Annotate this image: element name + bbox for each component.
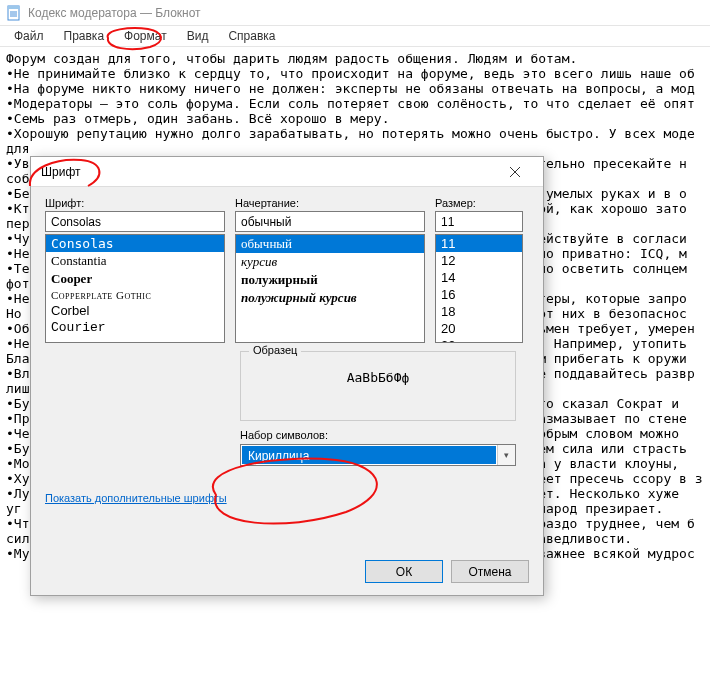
editor-line: Форум создан для того, чтобы дарить людя… [6,51,704,66]
font-listbox[interactable]: ConsolasConstantiaCooperCopperplate Goth… [45,234,225,343]
size-listbox[interactable]: 11121416182022 [435,234,523,343]
sample-groupbox: Образец AaBbБбФф [240,351,516,421]
style-input[interactable] [235,211,425,232]
style-option[interactable]: полужирный курсив [236,289,424,307]
sample-legend: Образец [249,344,301,356]
size-option[interactable]: 18 [436,303,522,320]
size-option[interactable]: 20 [436,320,522,337]
font-option[interactable]: Corbel [46,302,224,319]
menu-help[interactable]: Справка [218,27,285,45]
font-option[interactable]: Copperplate Gothic [46,288,224,302]
size-option[interactable]: 12 [436,252,522,269]
charset-combobox[interactable]: Кириллица ▾ [240,444,516,466]
dialog-close-button[interactable] [495,158,535,186]
charset-label: Набор символов: [240,429,516,441]
editor-line: •Семь раз отмерь, один забань. Всё хорош… [6,111,704,126]
font-label: Шрифт: [45,197,225,209]
menu-edit[interactable]: Правка [54,27,115,45]
size-option[interactable]: 11 [436,235,522,252]
font-option[interactable]: Constantia [46,252,224,270]
sample-text: AaBbБбФф [347,370,410,385]
window-titlebar: Кодекс модератора — Блокнот [0,0,710,26]
menu-format[interactable]: Формат [114,27,177,45]
notepad-icon [6,5,22,21]
font-input[interactable] [45,211,225,232]
editor-line: •Модераторы — это соль форума. Если соль… [6,96,704,111]
editor-line: для [6,141,704,156]
close-icon [510,167,520,177]
menu-file[interactable]: Файл [4,27,54,45]
menubar: Файл Правка Формат Вид Справка [0,26,710,47]
size-option[interactable]: 16 [436,286,522,303]
style-option[interactable]: обычный [236,235,424,253]
font-option[interactable]: Courier [46,319,224,336]
size-label: Размер: [435,197,523,209]
editor-line: •Хорошую репутацию нужно долго зарабатыв… [6,126,704,141]
window-title: Кодекс модератора — Блокнот [28,6,201,20]
size-input[interactable] [435,211,523,232]
font-option[interactable]: Cooper [46,270,224,288]
style-label: Начертание: [235,197,425,209]
style-listbox[interactable]: обычныйкурсивполужирныйполужирный курсив [235,234,425,343]
dialog-titlebar: Шрифт [31,157,543,187]
font-dialog: Шрифт Шрифт: ConsolasConstantiaCooperCop… [30,156,544,596]
charset-selected: Кириллица [242,446,496,464]
style-option[interactable]: курсив [236,253,424,271]
more-fonts-link[interactable]: Показать дополнительные шрифты [45,492,529,504]
size-option[interactable]: 22 [436,337,522,343]
style-option[interactable]: полужирный [236,271,424,289]
editor-line: •Не принимайте близко к сердцу то, что п… [6,66,704,81]
editor-line: •На форуме никто никому ничего не должен… [6,81,704,96]
cancel-button[interactable]: Отмена [451,560,529,583]
ok-button[interactable]: ОК [365,560,443,583]
chevron-down-icon: ▾ [497,445,515,465]
font-option[interactable]: Consolas [46,235,224,252]
svg-rect-1 [8,6,19,9]
size-option[interactable]: 14 [436,269,522,286]
dialog-title: Шрифт [41,165,80,179]
menu-view[interactable]: Вид [177,27,219,45]
